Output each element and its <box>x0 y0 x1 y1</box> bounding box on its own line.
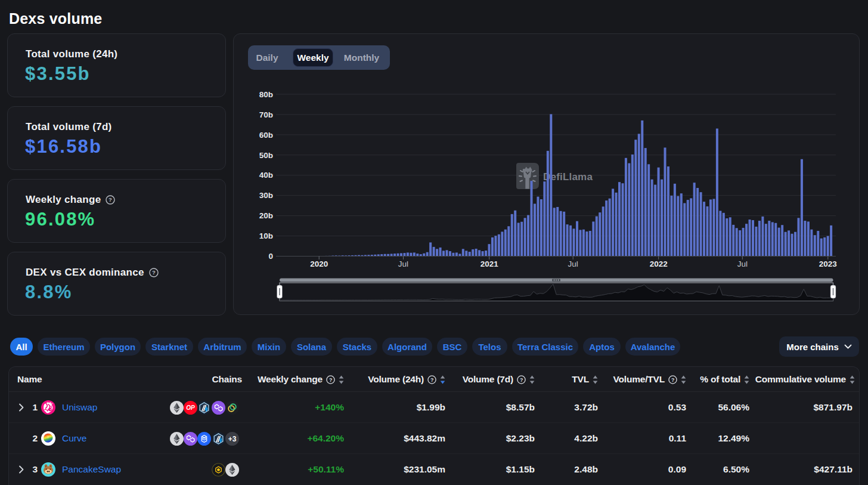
svg-text:2020: 2020 <box>310 260 328 268</box>
svg-text:Jul: Jul <box>737 260 748 268</box>
svg-text:40b: 40b <box>259 171 273 180</box>
svg-text:?: ? <box>520 376 523 382</box>
svg-text:?: ? <box>671 376 674 382</box>
svg-text:80b: 80b <box>259 90 273 99</box>
svg-text:?: ? <box>152 269 156 276</box>
svg-text:70b: 70b <box>259 110 273 119</box>
svg-text:+3: +3 <box>228 435 237 443</box>
svg-text:OP: OP <box>186 404 195 411</box>
svg-text:?: ? <box>430 376 433 382</box>
svg-text:2022: 2022 <box>650 260 668 268</box>
svg-text:?: ? <box>329 376 332 382</box>
svg-text:30b: 30b <box>259 191 273 200</box>
svg-text:60b: 60b <box>259 131 273 140</box>
svg-text:0: 0 <box>268 252 273 261</box>
svg-text:20b: 20b <box>259 211 273 220</box>
svg-text:10b: 10b <box>259 231 273 240</box>
svg-text:Jul: Jul <box>398 260 408 268</box>
svg-text:2021: 2021 <box>480 260 499 268</box>
svg-text:Jul: Jul <box>568 260 578 268</box>
svg-text:50b: 50b <box>259 151 273 160</box>
svg-text:2023: 2023 <box>819 260 838 268</box>
svg-text:?: ? <box>108 196 112 203</box>
